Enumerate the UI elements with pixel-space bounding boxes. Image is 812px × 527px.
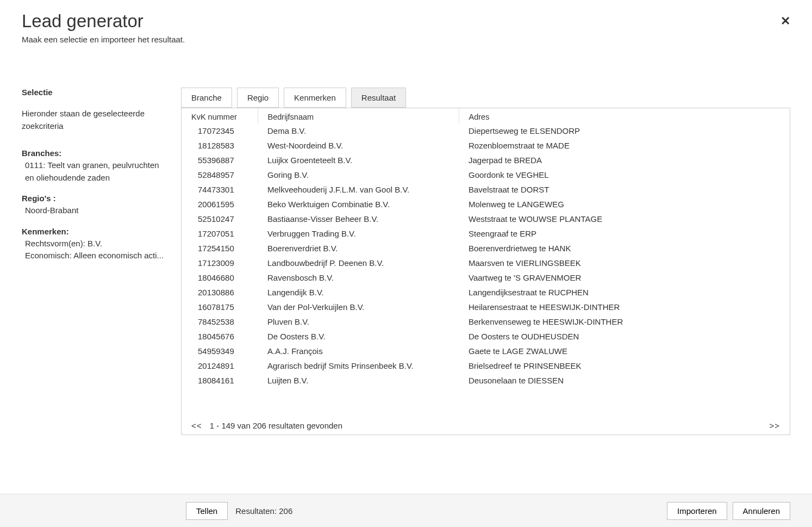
- tab-kenmerken[interactable]: Kenmerken: [284, 88, 346, 108]
- cell-bedrijfsnaam: Langendijk B.V.: [258, 285, 459, 300]
- table-row[interactable]: 20061595Beko Werktuigen Combinatie B.V.M…: [182, 197, 790, 212]
- table-row[interactable]: 17072345Dema B.V.Diepertseweg te ELSENDO…: [182, 123, 790, 138]
- cell-kvk: 17123009: [182, 256, 258, 270]
- cell-kvk: 78452538: [182, 314, 258, 329]
- page-title: Lead generator: [22, 11, 790, 32]
- cell-kvk: 17207051: [182, 226, 258, 241]
- pagination-prev[interactable]: <<: [191, 421, 202, 430]
- cell-bedrijfsnaam: Verbruggen Trading B.V.: [258, 226, 459, 241]
- cell-adres: Bavelstraat te DORST: [459, 182, 790, 197]
- cell-adres: Brielsedreef te PRINSENBEEK: [459, 358, 790, 373]
- cell-bedrijfsnaam: Luijkx Groenteteelt B.V.: [258, 153, 459, 168]
- close-icon[interactable]: ✕: [780, 15, 790, 27]
- table-scroll[interactable]: KvK nummer Bedrijfsnaam Adres 17072345De…: [182, 108, 790, 417]
- regions-label: Regio's :: [22, 194, 170, 203]
- table-row[interactable]: 54959349A.A.J. FrançoisGaete te LAGE ZWA…: [182, 344, 790, 358]
- col-bedrijfsnaam[interactable]: Bedrijfsnaam: [258, 108, 459, 123]
- page-subtitle: Maak een selectie en importeer het resul…: [22, 35, 790, 44]
- kenmerken-value-2: Economisch: Alleen economisch acti...: [22, 250, 170, 262]
- table-row[interactable]: 52510247Bastiaanse-Visser Beheer B.V.Wes…: [182, 212, 790, 226]
- cell-adres: Maarsven te VIERLINGSBEEK: [459, 256, 790, 270]
- tabs: Branche Regio Kenmerken Resultaat: [181, 88, 790, 108]
- cell-adres: Jagerpad te BREDA: [459, 153, 790, 168]
- table-row[interactable]: 18084161Luijten B.V.Deusonelaan te DIESS…: [182, 373, 790, 388]
- footer: Tellen Resultaten: 206 Importeren Annule…: [0, 494, 812, 527]
- table-row[interactable]: 18045676De Oosters B.V.De Oosters te OUD…: [182, 329, 790, 344]
- cell-bedrijfsnaam: Luijten B.V.: [258, 373, 459, 388]
- cell-kvk: 52510247: [182, 212, 258, 226]
- table-row[interactable]: 18128583West-Noordeind B.V.Rozenbloemstr…: [182, 138, 790, 153]
- cell-adres: Rozenbloemstraat te MADE: [459, 138, 790, 153]
- cell-kvk: 18084161: [182, 373, 258, 388]
- cell-kvk: 17254150: [182, 241, 258, 256]
- kenmerken-label: Kenmerken:: [22, 227, 170, 236]
- result-count: Resultaten: 206: [235, 506, 292, 516]
- pagination-next[interactable]: >>: [769, 421, 780, 430]
- cell-bedrijfsnaam: Bastiaanse-Visser Beheer B.V.: [258, 212, 459, 226]
- results-table: KvK nummer Bedrijfsnaam Adres 17072345De…: [182, 108, 790, 388]
- table-row[interactable]: 20130886Langendijk B.V.Langendijksestraa…: [182, 285, 790, 300]
- cell-bedrijfsnaam: Goring B.V.: [258, 168, 459, 182]
- cell-adres: Molenweg te LANGEWEG: [459, 197, 790, 212]
- cell-bedrijfsnaam: Landbouwbedrijf P. Deenen B.V.: [258, 256, 459, 270]
- cell-adres: Weststraat te WOUWSE PLANTAGE: [459, 212, 790, 226]
- cell-kvk: 54959349: [182, 344, 258, 358]
- table-row[interactable]: 78452538Pluven B.V.Berkenvenseweg te HEE…: [182, 314, 790, 329]
- cell-bedrijfsnaam: Melkveehouderij J.F.L.M. van Gool B.V.: [258, 182, 459, 197]
- cell-kvk: 16078175: [182, 300, 258, 314]
- table-area: KvK nummer Bedrijfsnaam Adres 17072345De…: [181, 108, 790, 435]
- table-row[interactable]: 20124891Agrarisch bedrijf Smits Prinsenb…: [182, 358, 790, 373]
- tab-resultaat[interactable]: Resultaat: [351, 88, 406, 108]
- cell-adres: De Oosters te OUDHEUSDEN: [459, 329, 790, 344]
- pagination-info: 1 - 149 van 206 resultaten gevonden: [210, 421, 342, 430]
- cell-kvk: 20061595: [182, 197, 258, 212]
- cell-kvk: 18045676: [182, 329, 258, 344]
- table-row[interactable]: 17123009Landbouwbedrijf P. Deenen B.V.Ma…: [182, 256, 790, 270]
- table-row[interactable]: 52848957Goring B.V.Goordonk te VEGHEL: [182, 168, 790, 182]
- cell-adres: Steengraaf te ERP: [459, 226, 790, 241]
- cell-adres: Heilarensestraat te HEESWIJK-DINTHER: [459, 300, 790, 314]
- cell-bedrijfsnaam: Van der Pol-Verkuijlen B.V.: [258, 300, 459, 314]
- importeren-button[interactable]: Importeren: [667, 502, 727, 520]
- main-panel: Branche Regio Kenmerken Resultaat KvK nu…: [181, 88, 790, 435]
- pagination: << 1 - 149 van 206 resultaten gevonden >…: [182, 417, 790, 435]
- cell-adres: Boerenverdrietweg te HANK: [459, 241, 790, 256]
- cell-adres: Langendijksestraat te RUCPHEN: [459, 285, 790, 300]
- table-row[interactable]: 74473301Melkveehouderij J.F.L.M. van Goo…: [182, 182, 790, 197]
- cell-kvk: 74473301: [182, 182, 258, 197]
- table-row[interactable]: 18046680Ravensbosch B.V.Vaartweg te 'S G…: [182, 270, 790, 285]
- table-row[interactable]: 16078175Van der Pol-Verkuijlen B.V.Heila…: [182, 300, 790, 314]
- cell-adres: Goordonk te VEGHEL: [459, 168, 790, 182]
- cell-bedrijfsnaam: Pluven B.V.: [258, 314, 459, 329]
- col-adres[interactable]: Adres: [459, 108, 790, 123]
- cell-kvk: 20130886: [182, 285, 258, 300]
- cell-adres: Deusonelaan te DIESSEN: [459, 373, 790, 388]
- table-row[interactable]: 17254150Boerenverdriet B.V.Boerenverdrie…: [182, 241, 790, 256]
- tab-regio[interactable]: Regio: [237, 88, 279, 108]
- branches-label: Branches:: [22, 148, 170, 158]
- cell-kvk: 18046680: [182, 270, 258, 285]
- cell-adres: Vaartweg te 'S GRAVENMOER: [459, 270, 790, 285]
- cell-bedrijfsnaam: Agrarisch bedrijf Smits Prinsenbeek B.V.: [258, 358, 459, 373]
- tab-branche[interactable]: Branche: [181, 88, 232, 108]
- table-row[interactable]: 17207051Verbruggen Trading B.V.Steengraa…: [182, 226, 790, 241]
- cell-kvk: 17072345: [182, 123, 258, 138]
- annuleren-button[interactable]: Annuleren: [733, 502, 790, 520]
- cell-bedrijfsnaam: Dema B.V.: [258, 123, 459, 138]
- cell-kvk: 52848957: [182, 168, 258, 182]
- table-row[interactable]: 55396887Luijkx Groenteteelt B.V.Jagerpad…: [182, 153, 790, 168]
- cell-bedrijfsnaam: De Oosters B.V.: [258, 329, 459, 344]
- cell-adres: Gaete te LAGE ZWALUWE: [459, 344, 790, 358]
- header: Lead generator Maak een selectie en impo…: [0, 0, 812, 49]
- cell-bedrijfsnaam: A.A.J. François: [258, 344, 459, 358]
- cell-bedrijfsnaam: Boerenverdriet B.V.: [258, 241, 459, 256]
- cell-adres: Berkenvenseweg te HEESWIJK-DINTHER: [459, 314, 790, 329]
- cell-kvk: 55396887: [182, 153, 258, 168]
- regions-value: Noord-Brabant: [22, 204, 170, 217]
- branches-value: 0111: Teelt van granen, peulvruchten en …: [22, 159, 170, 184]
- tellen-button[interactable]: Tellen: [186, 502, 228, 520]
- cell-adres: Diepertseweg te ELSENDORP: [459, 123, 790, 138]
- cell-kvk: 18128583: [182, 138, 258, 153]
- sidebar-title: Selectie: [22, 88, 170, 97]
- col-kvk[interactable]: KvK nummer: [182, 108, 258, 123]
